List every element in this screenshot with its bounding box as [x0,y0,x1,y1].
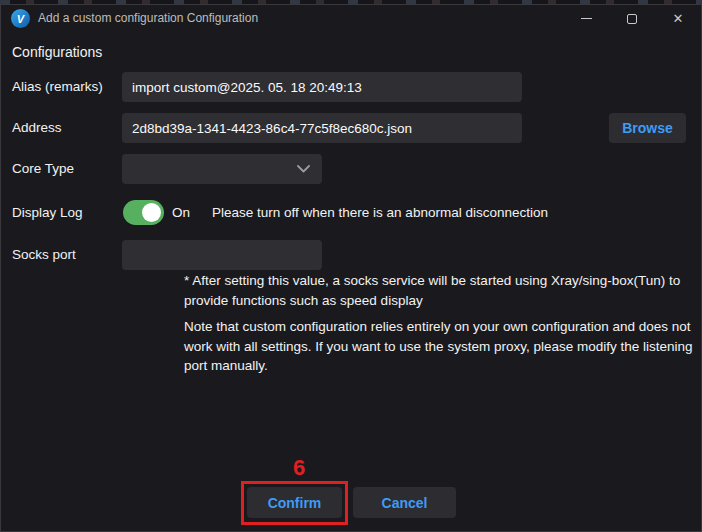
annotation-number: 6 [279,455,319,481]
section-heading: Configurations [12,44,102,60]
minimize-button[interactable] [563,5,609,32]
display-log-hint: Please turn off when there is an abnorma… [212,200,548,225]
maximize-icon [627,14,637,24]
alias-label: Alias (remarks) [12,72,103,102]
display-log-toggle[interactable] [123,200,164,225]
titlebar[interactable]: V Add a custom configuration Configurati… [1,5,701,32]
confirm-button[interactable]: Confirm [247,487,342,518]
socks-port-input[interactable] [122,240,322,270]
chevron-down-icon [297,165,310,173]
note-line-2: Note that custom configuration relies en… [184,317,696,376]
minimize-icon [581,18,592,19]
window-title: Add a custom configuration Configuration [38,5,258,32]
note-line-1: * After setting this value, a socks serv… [184,271,696,310]
close-button[interactable]: ✕ [655,5,701,32]
display-log-label: Display Log [12,198,83,228]
display-log-state: On [172,200,190,225]
cancel-button[interactable]: Cancel [353,487,456,518]
maximize-button[interactable] [609,5,655,32]
core-type-select[interactable] [122,154,322,184]
address-label: Address [12,113,62,143]
screen: V Add a custom configuration Configurati… [0,0,702,532]
core-type-label: Core Type [12,154,74,184]
socks-port-label: Socks port [12,240,76,270]
note-text: * After setting this value, a socks serv… [184,271,696,376]
browse-button[interactable]: Browse [609,113,686,143]
v2rayn-logo-icon: V [11,9,30,28]
alias-input[interactable] [122,72,522,102]
close-icon: ✕ [673,11,684,26]
address-input[interactable] [122,113,522,143]
toggle-knob [142,203,161,222]
add-custom-config-dialog: V Add a custom configuration Configurati… [0,4,702,532]
